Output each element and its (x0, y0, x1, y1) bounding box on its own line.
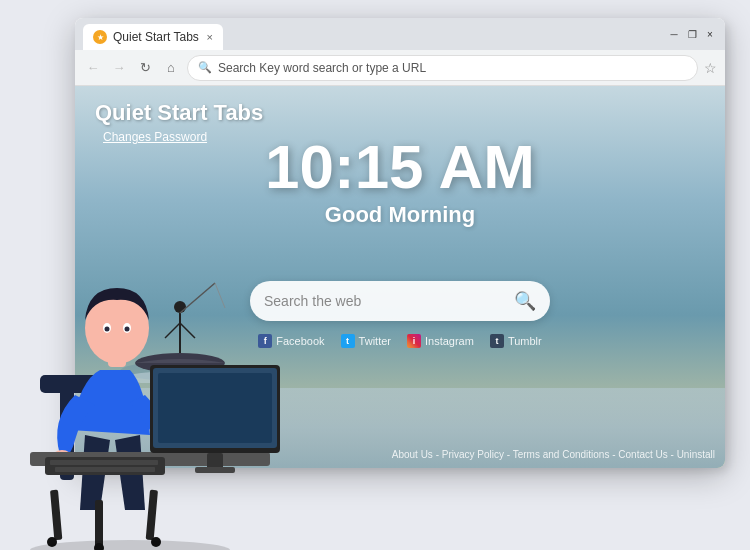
social-twitter[interactable]: t Twitter (341, 334, 391, 348)
active-tab[interactable]: ★ Quiet Start Tabs × (83, 24, 223, 50)
svg-point-17 (105, 327, 110, 332)
address-input-wrap[interactable]: 🔍 Search Key word search or type a URL (187, 55, 698, 81)
window-controls: ─ ❐ × (667, 27, 717, 41)
bookmark-icon[interactable]: ☆ (704, 60, 717, 76)
tumblr-logo: t (490, 334, 504, 348)
svg-rect-26 (50, 460, 158, 465)
tab-favicon: ★ (93, 30, 107, 44)
instagram-label: Instagram (425, 335, 474, 347)
social-tumblr[interactable]: t Tumblr (490, 334, 542, 348)
restore-btn[interactable]: ❐ (685, 27, 699, 41)
forward-btn[interactable]: → (109, 58, 129, 78)
svg-rect-25 (45, 457, 165, 475)
svg-rect-29 (146, 490, 158, 541)
tab-title: Quiet Start Tabs (113, 30, 199, 44)
svg-point-34 (30, 540, 230, 550)
address-text: Search Key word search or type a URL (218, 61, 687, 75)
address-bar: ← → ↻ ⌂ 🔍 Search Key word search or type… (75, 50, 725, 86)
svg-rect-23 (207, 453, 223, 469)
back-btn[interactable]: ← (83, 58, 103, 78)
tab-close-btn[interactable]: × (207, 31, 213, 43)
svg-rect-28 (50, 490, 62, 541)
home-btn[interactable]: ⌂ (161, 58, 181, 78)
twitter-logo: t (341, 334, 355, 348)
address-search-icon: 🔍 (198, 61, 212, 74)
social-instagram[interactable]: i Instagram (407, 334, 474, 348)
instagram-logo: i (407, 334, 421, 348)
svg-rect-24 (195, 467, 235, 473)
svg-rect-22 (158, 373, 272, 443)
search-submit-icon[interactable]: 🔍 (514, 290, 536, 312)
title-bar: ★ Quiet Start Tabs × ─ ❐ × (75, 18, 725, 50)
twitter-label: Twitter (359, 335, 391, 347)
tab-area: ★ Quiet Start Tabs × (83, 18, 655, 50)
minimize-btn[interactable]: ─ (667, 27, 681, 41)
page-title: Quiet Start Tabs (95, 100, 263, 126)
tumblr-label: Tumblr (508, 335, 542, 347)
close-window-btn[interactable]: × (703, 27, 717, 41)
svg-point-18 (125, 327, 130, 332)
svg-rect-27 (55, 467, 155, 472)
person-illustration (0, 180, 310, 550)
footer-links: About Us - Privacy Policy - Terms and Co… (392, 449, 715, 460)
reload-btn[interactable]: ↻ (135, 58, 155, 78)
